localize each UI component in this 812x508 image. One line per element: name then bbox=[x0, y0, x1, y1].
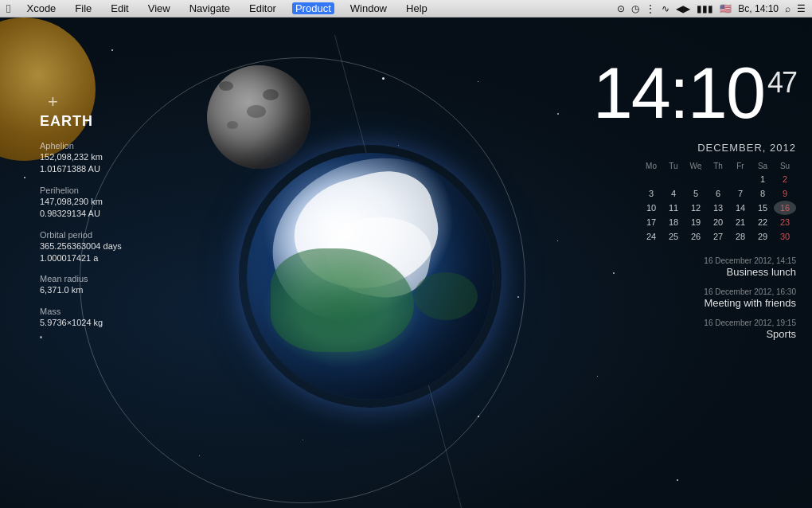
star bbox=[478, 81, 478, 82]
status-bluetooth: ⋮ bbox=[646, 3, 655, 14]
cal-day-19[interactable]: 19 bbox=[685, 215, 707, 229]
event-3-title: Sports bbox=[593, 328, 796, 340]
cal-day-29[interactable]: 29 bbox=[751, 229, 774, 244]
event-2: 16 December 2012, 16:30 Meeting with fri… bbox=[593, 287, 796, 309]
cal-day-14[interactable]: 14 bbox=[729, 201, 751, 215]
cal-day-16-today[interactable]: 16 bbox=[774, 201, 796, 215]
status-menu[interactable]: ☰ bbox=[797, 3, 806, 14]
cal-day-11[interactable]: 11 bbox=[662, 201, 685, 215]
orbital-block: Orbital period 365.256363004 days 1.0000… bbox=[40, 230, 122, 265]
mass-label: Mass bbox=[40, 307, 122, 316]
cal-day-24[interactable]: 24 bbox=[640, 229, 662, 244]
event-2-datetime: 16 December 2012, 16:30 bbox=[593, 287, 796, 296]
earth-info-panel: EARTH Aphelion 152,098,232 km 1.01671388… bbox=[40, 113, 122, 338]
cal-day-25[interactable]: 25 bbox=[662, 229, 685, 244]
cal-day-20[interactable]: 20 bbox=[707, 215, 729, 229]
orbital-days: 365.256363004 days bbox=[40, 240, 122, 252]
aphelion-km: 152,098,232 km bbox=[40, 151, 122, 163]
cal-header-mo: Mo bbox=[640, 160, 662, 172]
status-icon-2: ◷ bbox=[631, 3, 639, 14]
clock-seconds: 47 bbox=[767, 68, 796, 97]
mass-block: Mass 5.9736×1024 kg bbox=[40, 307, 122, 329]
event-1-datetime: 16 December 2012, 14:15 bbox=[593, 256, 796, 265]
menu-navigate[interactable]: Navigate bbox=[186, 2, 233, 14]
cal-header-th: Th bbox=[707, 160, 729, 172]
menubar-status: ⊙ ◷ ⋮ ∿ ◀▶ ▮▮▮ 🇺🇸 Bc, 14:10 ⌕ ☰ bbox=[617, 3, 806, 14]
menu-window[interactable]: Window bbox=[347, 2, 390, 14]
cal-day-28[interactable]: 28 bbox=[729, 229, 751, 244]
cal-day-9[interactable]: 9 bbox=[774, 186, 796, 201]
cal-day-4[interactable]: 4 bbox=[662, 186, 685, 201]
cal-header-sa: Sa bbox=[751, 160, 774, 172]
status-flag: 🇺🇸 bbox=[720, 3, 732, 14]
status-volume: ◀▶ bbox=[676, 3, 690, 14]
cal-day-empty bbox=[662, 172, 685, 186]
menu-view[interactable]: View bbox=[145, 2, 174, 14]
cal-day-8[interactable]: 8 bbox=[751, 186, 774, 201]
event-2-title: Meeting with friends bbox=[593, 297, 796, 309]
cal-day-26[interactable]: 26 bbox=[685, 229, 707, 244]
orbital-label: Orbital period bbox=[40, 230, 122, 240]
cal-day-15[interactable]: 15 bbox=[751, 201, 774, 215]
perihelion-au: 0.98329134 AU bbox=[40, 208, 122, 220]
orbital-a: 1.000017421 a bbox=[40, 252, 122, 264]
calendar-month: DECEMBER, 2012 bbox=[593, 142, 796, 154]
cal-day-17[interactable]: 17 bbox=[640, 215, 662, 229]
cal-day-22[interactable]: 22 bbox=[751, 215, 774, 229]
plus-icon[interactable]: + bbox=[48, 93, 58, 111]
calendar-grid: Mo Tu We Th Fr Sa Su 1 2 3 4 5 6 bbox=[593, 160, 796, 244]
aphelion-label: Aphelion bbox=[40, 141, 122, 150]
perihelion-label: Perihelion bbox=[40, 186, 122, 195]
aphelion-au: 1.01671388 AU bbox=[40, 163, 122, 175]
space-background: + EARTH Aphelion 152,098,232 km 1.016713… bbox=[0, 18, 812, 508]
radius-block: Mean radius 6,371.0 km bbox=[40, 274, 122, 296]
earth-planet bbox=[247, 153, 494, 400]
cal-day-2[interactable]: 2 bbox=[774, 172, 796, 186]
cal-day-23[interactable]: 23 bbox=[774, 215, 796, 229]
clock-time: 14:1047 bbox=[593, 57, 796, 129]
cal-day-7[interactable]: 7 bbox=[729, 186, 751, 201]
star bbox=[597, 376, 598, 377]
cal-day-13[interactable]: 13 bbox=[707, 201, 729, 215]
event-1: 16 December 2012, 14:15 Business lunch bbox=[593, 256, 796, 278]
status-search[interactable]: ⌕ bbox=[785, 3, 791, 14]
cal-header-fr: Fr bbox=[729, 160, 751, 172]
star bbox=[677, 479, 678, 481]
radius-km: 6,371.0 km bbox=[40, 284, 122, 296]
clock-hours-minutes: 14:10 bbox=[593, 57, 764, 129]
star bbox=[24, 177, 25, 178]
cal-day-empty bbox=[707, 172, 729, 186]
earth-title: EARTH bbox=[40, 113, 122, 130]
perihelion-km: 147,098,290 km bbox=[40, 196, 122, 208]
cal-day-empty bbox=[640, 172, 662, 186]
menu-editor[interactable]: Editor bbox=[246, 2, 279, 14]
status-time: Bc, 14:10 bbox=[738, 3, 779, 14]
cal-day-21[interactable]: 21 bbox=[729, 215, 751, 229]
cal-header-we: We bbox=[685, 160, 707, 172]
apple-menu[interactable]:  bbox=[6, 2, 10, 15]
cal-header-tu: Tu bbox=[662, 160, 685, 172]
cal-day-1[interactable]: 1 bbox=[751, 172, 774, 186]
cal-day-3[interactable]: 3 bbox=[640, 186, 662, 201]
menu-help[interactable]: Help bbox=[403, 2, 431, 14]
cal-day-5[interactable]: 5 bbox=[685, 186, 707, 201]
clock-panel: 14:1047 DECEMBER, 2012 Mo Tu We Th Fr Sa… bbox=[593, 57, 796, 350]
cal-day-empty bbox=[685, 172, 707, 186]
menu-file[interactable]: File bbox=[72, 2, 95, 14]
event-3: 16 December 2012, 19:15 Sports bbox=[593, 318, 796, 340]
cal-day-27[interactable]: 27 bbox=[707, 229, 729, 244]
star bbox=[111, 49, 113, 51]
cal-day-30[interactable]: 30 bbox=[774, 229, 796, 244]
status-wifi: ∿ bbox=[662, 3, 670, 14]
menu-product[interactable]: Product bbox=[292, 2, 334, 14]
event-1-title: Business lunch bbox=[593, 266, 796, 278]
radius-label: Mean radius bbox=[40, 274, 122, 283]
cal-header-su: Su bbox=[774, 160, 796, 172]
menu-xcode[interactable]: Xcode bbox=[23, 2, 59, 14]
cal-day-18[interactable]: 18 bbox=[662, 215, 685, 229]
moon bbox=[207, 65, 310, 169]
cal-day-10[interactable]: 10 bbox=[640, 201, 662, 215]
cal-day-12[interactable]: 12 bbox=[685, 201, 707, 215]
cal-day-6[interactable]: 6 bbox=[707, 186, 729, 201]
menu-edit[interactable]: Edit bbox=[107, 2, 131, 14]
